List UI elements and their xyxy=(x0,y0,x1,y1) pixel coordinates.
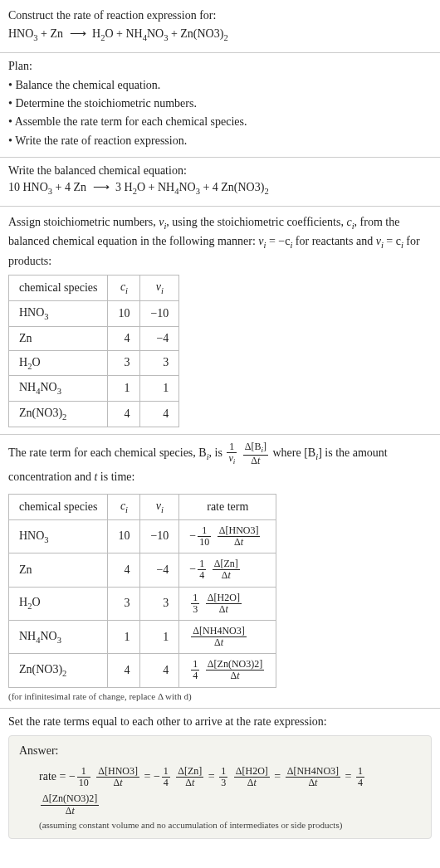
col-species: chemical species xyxy=(9,275,108,300)
numerator: Δ[Bi] xyxy=(243,441,268,456)
rate-cell: 13 Δ[H2O]Δt xyxy=(179,587,276,620)
c-cell: 4 xyxy=(108,553,140,587)
nu-cell: 1 xyxy=(140,376,179,402)
fraction: 14 xyxy=(191,659,199,681)
sub: 2 xyxy=(62,412,66,422)
text: NO xyxy=(178,181,195,193)
c-cell: 10 xyxy=(108,300,140,326)
nu-cell: 3 xyxy=(140,587,179,620)
text: O + NH xyxy=(105,27,142,40)
intro-prompt: Construct the rate of reaction expressio… xyxy=(8,7,432,24)
text: H xyxy=(19,596,27,608)
rateterm-table: chemical species ci νi rate term HNO3 10… xyxy=(8,494,276,688)
text: Zn(NO3) xyxy=(19,663,62,675)
rate-label: rate = xyxy=(39,770,69,783)
numerator: 1 xyxy=(356,766,364,778)
numerator: Δ[Zn(NO3)2] xyxy=(206,659,264,671)
sub: 3 xyxy=(44,534,48,544)
answer-box: Answer: rate = −110 Δ[HNO3]Δt = −14 Δ[Zn… xyxy=(8,735,432,839)
numerator: Δ[NH4NO3] xyxy=(286,766,340,778)
nu-cell: −10 xyxy=(140,300,179,326)
rateterm-note: (for infinitesimal rate of change, repla… xyxy=(8,691,432,701)
col-c: ci xyxy=(108,275,140,300)
text: NO xyxy=(147,27,164,40)
sub: i xyxy=(125,286,128,295)
fraction: Δ[HNO3]Δt xyxy=(218,525,261,548)
sub: 3 xyxy=(57,635,61,644)
denominator: Δt xyxy=(191,637,246,648)
table-row: Zn 4 −4 xyxy=(9,326,179,350)
species-cell: Zn xyxy=(9,553,108,587)
fraction: Δ[Zn(NO3)2]Δt xyxy=(41,793,99,816)
denominator: 4 xyxy=(356,778,364,788)
rate-cell: 14 Δ[Zn(NO3)2]Δt xyxy=(179,654,276,687)
text: , is xyxy=(209,446,226,459)
fraction: Δ[Bi]Δt xyxy=(243,441,268,466)
numerator: Δ[H2O] xyxy=(234,766,270,778)
denominator: νi xyxy=(227,453,237,466)
balanced-equation: 10 HNO3 + 4 Zn ⟶ 3 H2O + NH4NO3 + 4 Zn(N… xyxy=(8,178,432,199)
sub: i xyxy=(161,286,164,295)
numerator: Δ[NH4NO3] xyxy=(191,626,246,637)
col-nu: νi xyxy=(140,494,179,519)
c-cell: 4 xyxy=(108,402,140,427)
col-c: ci xyxy=(108,494,140,519)
denominator: Δt xyxy=(213,570,240,581)
numerator: 1 xyxy=(162,766,170,778)
numerator: Δ[HNO3] xyxy=(218,525,261,537)
table-row: NH4NO3 1 1 xyxy=(9,376,179,402)
c-cell: 4 xyxy=(108,326,140,350)
denominator: Δt xyxy=(96,778,139,788)
text: = c xyxy=(384,235,401,247)
rate-expression: rate = −110 Δ[HNO3]Δt = −14 Δ[Zn]Δt = 13… xyxy=(39,763,421,818)
balanced-section: Write the balanced chemical equation: 10… xyxy=(0,158,440,207)
numerator: Δ[H2O] xyxy=(206,592,242,604)
fraction: Δ[H2O]Δt xyxy=(206,592,242,615)
denominator: 10 xyxy=(198,537,211,548)
text: NH xyxy=(19,630,36,642)
text: + 4 Zn xyxy=(52,181,89,193)
fraction: 13 xyxy=(219,766,227,788)
final-prompt: Set the rate terms equal to each other t… xyxy=(8,715,432,729)
equals: = xyxy=(271,770,284,783)
text: where [B xyxy=(273,446,316,459)
arrow-icon: ⟶ xyxy=(70,27,86,40)
species-cell: NH4NO3 xyxy=(9,376,108,402)
text: Zn(NO3) xyxy=(19,407,62,419)
fraction: Δ[NH4NO3]Δt xyxy=(286,766,340,788)
col-species: chemical species xyxy=(9,494,108,519)
text: H xyxy=(19,356,27,368)
table-row: H2O 3 3 13 Δ[H2O]Δt xyxy=(9,587,276,620)
rate-cell: −110 Δ[HNO3]Δt xyxy=(179,519,276,553)
table-header-row: chemical species ci νi rate term xyxy=(9,494,276,519)
plan-title: Plan: xyxy=(8,60,432,73)
denominator: Δt xyxy=(41,806,99,817)
denominator: Δt xyxy=(206,671,264,681)
plan-item: Write the rate of reaction expression. xyxy=(8,132,432,150)
table-row: HNO3 10 −10 xyxy=(9,300,179,326)
sub: 3 xyxy=(44,312,48,321)
c-cell: 4 xyxy=(108,654,140,687)
col-rateterm: rate term xyxy=(179,494,276,519)
plan-item: Assemble the rate term for each chemical… xyxy=(8,113,432,131)
sign: − xyxy=(189,563,196,575)
sub: 2 xyxy=(264,187,268,196)
numerator: Δ[Zn(NO3)2] xyxy=(41,793,99,805)
fraction: Δ[H2O]Δt xyxy=(234,766,270,788)
equals: = xyxy=(205,770,218,783)
text: is time: xyxy=(97,471,134,483)
nu-cell: −4 xyxy=(140,553,179,587)
species-cell: HNO3 xyxy=(9,300,108,326)
numerator: 1 xyxy=(191,592,199,604)
fraction: 14 xyxy=(356,766,364,788)
denominator: Δt xyxy=(234,778,270,788)
text: O + NH xyxy=(137,181,174,193)
sub: i xyxy=(125,505,128,514)
equals: = xyxy=(342,770,354,783)
nu-cell: 4 xyxy=(140,402,179,427)
fraction: Δ[Zn(NO3)2]Δt xyxy=(206,659,264,681)
reactant-hno3: HNO3 xyxy=(8,27,38,40)
answer-note: (assuming constant volume and no accumul… xyxy=(39,820,421,830)
text: + 4 Zn(NO3) xyxy=(200,181,265,193)
fraction: Δ[HNO3]Δt xyxy=(96,766,139,788)
